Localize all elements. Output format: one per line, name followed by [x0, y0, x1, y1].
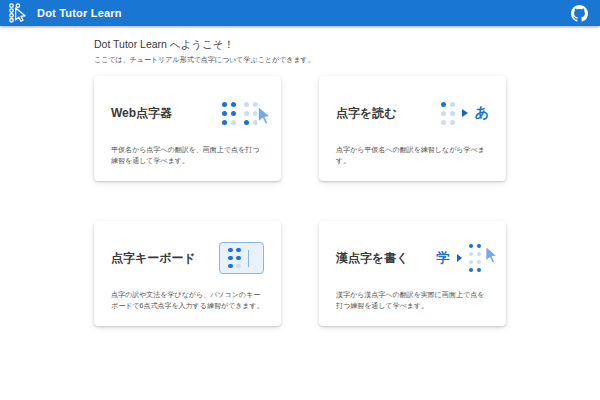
text-caret-icon	[248, 250, 250, 267]
card-title: 漢点字を書く	[336, 250, 409, 267]
kanji-glyph: 学	[437, 249, 450, 267]
braille-cells-cursor-icon	[222, 102, 264, 125]
github-icon[interactable]	[571, 5, 588, 22]
card-title: 点字キーボード	[111, 250, 196, 267]
card-title: 点字を読む	[336, 105, 397, 122]
braille-to-hiragana-icon: あ	[441, 102, 489, 125]
braille-keyboard-input-icon	[219, 242, 264, 275]
card-description: 点字から平仮名への翻訳を練習しながら学べます。	[336, 144, 489, 166]
welcome-title: Dot Tutor Learn へようこそ！	[94, 38, 506, 52]
home-link[interactable]: Dot Tutor Learn	[6, 2, 122, 24]
app-title: Dot Tutor Learn	[37, 7, 122, 19]
arrow-right-icon	[457, 254, 462, 262]
welcome-subtitle: ここでは、チュートリアル形式で点字について学ぶことができます。	[94, 55, 506, 65]
card-read-braille[interactable]: 点字を読む あ 点字から平仮名への翻訳を練習しながら学べます。	[319, 76, 506, 181]
tutorial-card-grid: Web点字器 平仮名から	[94, 76, 506, 326]
card-braille-keyboard[interactable]: 点字キーボード 点字の訳や文法を学びながら、パソコンのキーボードで6点式点字を入…	[94, 221, 281, 326]
card-web-braille-writer[interactable]: Web点字器 平仮名から	[94, 76, 281, 181]
card-write-kanji-braille[interactable]: 漢点字を書く 学 漢字から漢点字への翻訳を実際に画面上で点を打つ練習を通して学	[319, 221, 506, 326]
mouse-cursor-icon	[254, 104, 276, 128]
mouse-cursor-icon	[482, 244, 502, 268]
braille-cursor-logo-icon	[6, 2, 28, 24]
hiragana-glyph: あ	[475, 104, 489, 122]
card-title: Web点字器	[111, 105, 172, 122]
main-content: Dot Tutor Learn へようこそ！ ここでは、チュートリアル形式で点字…	[94, 38, 506, 326]
card-description: 漢字から漢点字への翻訳を実際に画面上で点を打つ練習を通して学べます。	[336, 289, 489, 311]
card-description: 平仮名から点字への翻訳を、画面上で点を打つ練習を通して学べます。	[111, 144, 264, 166]
card-description: 点字の訳や文法を学びながら、パソコンのキーボードで6点式点字を入力する練習ができ…	[111, 289, 264, 311]
app-header: Dot Tutor Learn	[0, 0, 600, 26]
arrow-right-icon	[462, 109, 468, 117]
kanji-to-braille-cursor-icon: 学	[437, 244, 490, 273]
